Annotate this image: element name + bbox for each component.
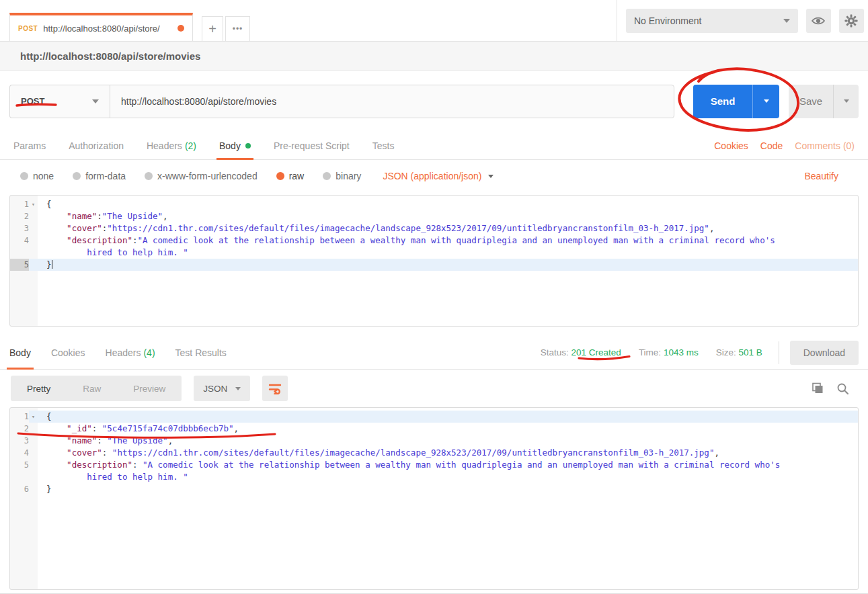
tab-body[interactable]: Body — [219, 132, 251, 160]
gutter-spacer — [29, 483, 38, 495]
new-tab-button[interactable]: + — [202, 16, 223, 41]
gutter-spacer — [29, 459, 38, 471]
tab-strip: POST http://localhost:8080/api/store/ + … — [0, 0, 617, 41]
gutter-spacer — [29, 447, 38, 459]
gutter-spacer — [29, 235, 38, 247]
method-select[interactable]: POST — [9, 85, 110, 118]
line-number: 1 — [10, 411, 29, 423]
environment-quicklook-button[interactable] — [806, 9, 831, 33]
code-line: 4 "cover": "https://cdn1.thr.com/sites/d… — [10, 447, 858, 459]
method-select-value: POST — [21, 96, 92, 106]
line-number: 3 — [10, 222, 29, 235]
search-response-button[interactable] — [836, 382, 849, 395]
wrap-lines-button[interactable] — [262, 376, 288, 401]
status-badge: 201 Created — [571, 347, 621, 357]
response-tab-body[interactable]: Body — [9, 336, 31, 370]
send-button[interactable]: Send — [693, 85, 752, 118]
tab-tests[interactable]: Tests — [372, 132, 395, 160]
code-line: 2 "name":"The Upside", — [10, 210, 858, 222]
request-tab-links: Cookies Code Comments (0) — [714, 140, 855, 151]
time-stat: Time: 1043 ms — [639, 347, 699, 357]
response-view-bar: Pretty Raw Preview JSON — [0, 370, 868, 407]
fold-caret-icon[interactable]: ▾ — [29, 411, 38, 423]
status-stat: Status: 201 Created — [541, 347, 621, 357]
settings-button[interactable] — [839, 9, 864, 33]
postman-app: POST http://localhost:8080/api/store/ + … — [0, 0, 868, 594]
response-tab-headers[interactable]: Headers(4) — [106, 336, 155, 370]
code-line: 5 "description": "A comedic look at the … — [10, 459, 858, 471]
content-type-select[interactable]: JSON (application/json) — [383, 171, 494, 181]
line-number — [10, 247, 29, 259]
comments-link[interactable]: Comments (0) — [795, 140, 855, 151]
copy-response-button[interactable] — [811, 382, 824, 395]
tab-params[interactable]: Params — [13, 132, 46, 160]
mode-pretty[interactable]: Pretty — [11, 384, 67, 394]
beautify-link[interactable]: Beautify — [804, 171, 838, 181]
radio-none[interactable]: none — [20, 171, 54, 181]
url-input[interactable] — [110, 85, 674, 118]
tab-method-label: POST — [18, 25, 38, 32]
download-button[interactable]: Download — [790, 341, 859, 365]
code-text: "_id": "5c4e715fa74c07dbbb6ecb7b", — [38, 423, 858, 435]
wrap-lines-icon — [268, 382, 282, 394]
top-tab-bar: POST http://localhost:8080/api/store/ + … — [0, 0, 868, 42]
gear-icon — [844, 14, 858, 28]
code-text: hired to help him. " — [38, 471, 858, 483]
cookies-link[interactable]: Cookies — [714, 140, 748, 151]
tab-authorization[interactable]: Authorization — [69, 132, 124, 160]
chevron-down-icon — [488, 175, 494, 178]
gutter-spacer — [29, 247, 38, 259]
save-button[interactable]: Save — [789, 85, 833, 118]
gutter-spacer — [29, 222, 38, 235]
line-number: 2 — [10, 210, 29, 222]
chevron-down-icon — [235, 387, 241, 390]
response-body-editor[interactable]: 1▾{2 "_id": "5c4e715fa74c07dbbb6ecb7b",3… — [9, 407, 859, 590]
request-tab[interactable]: POST http://localhost:8080/api/store/ — [9, 13, 193, 41]
request-title-url: http://localhost:8080/api/store/movies — [20, 50, 200, 62]
code-line: 3 "name": "The Upside", — [10, 435, 858, 447]
search-icon — [836, 382, 849, 395]
code-text: "description": "A comedic look at the re… — [38, 459, 858, 471]
radio-icon — [20, 172, 28, 180]
gutter-spacer — [29, 471, 38, 483]
code-text: { — [38, 411, 858, 423]
response-tab-cookies[interactable]: Cookies — [51, 336, 85, 370]
request-tabs: Params Authorization Headers(2) Body Pre… — [0, 132, 868, 160]
text-cursor — [52, 260, 52, 269]
gutter-spacer — [29, 435, 38, 447]
fold-caret-icon[interactable]: ▾ — [29, 198, 38, 210]
code-text: } — [38, 483, 858, 495]
tab-pre-request-script[interactable]: Pre-request Script — [274, 132, 350, 160]
response-tab-test-results[interactable]: Test Results — [175, 336, 227, 370]
code-text: hired to help him. " — [38, 247, 858, 259]
request-body-editor[interactable]: 1▾{2 "name":"The Upside",3 "cover":"http… — [9, 195, 859, 327]
request-builder: POST Send Save — [0, 71, 868, 132]
radio-selected-icon — [276, 172, 284, 180]
response-meta-bar: Body Cookies Headers(4) Test Results Sta… — [0, 336, 868, 370]
save-button-group: Save — [789, 85, 859, 118]
response-toolbar — [811, 382, 857, 395]
mode-preview[interactable]: Preview — [117, 384, 182, 394]
time-value: 1043 ms — [664, 347, 699, 357]
send-options-button[interactable] — [752, 85, 779, 118]
code-line: 2 "_id": "5c4e715fa74c07dbbb6ecb7b", — [10, 423, 858, 435]
radio-binary[interactable]: binary — [323, 171, 361, 181]
line-number: 6 — [10, 483, 29, 495]
response-language-select[interactable]: JSON — [194, 376, 250, 401]
more-tabs-button[interactable]: ••• — [225, 16, 250, 41]
environment-select[interactable]: No Environment — [626, 9, 798, 33]
send-button-group: Send — [693, 85, 779, 118]
tab-headers[interactable]: Headers(2) — [147, 132, 196, 160]
radio-x-www-form-urlencoded[interactable]: x-www-form-urlencoded — [145, 171, 258, 181]
environment-section: No Environment — [617, 0, 868, 41]
eye-icon — [811, 15, 826, 27]
save-options-button[interactable] — [833, 85, 859, 118]
code-link[interactable]: Code — [760, 140, 783, 151]
line-number — [10, 471, 29, 483]
mode-raw[interactable]: Raw — [67, 384, 117, 394]
radio-form-data[interactable]: form-data — [73, 171, 126, 181]
code-text: "name": "The Upside", — [38, 435, 858, 447]
radio-raw[interactable]: raw — [276, 171, 305, 181]
request-title-bar: http://localhost:8080/api/store/movies — [0, 42, 868, 71]
code-line: hired to help him. " — [10, 471, 858, 483]
